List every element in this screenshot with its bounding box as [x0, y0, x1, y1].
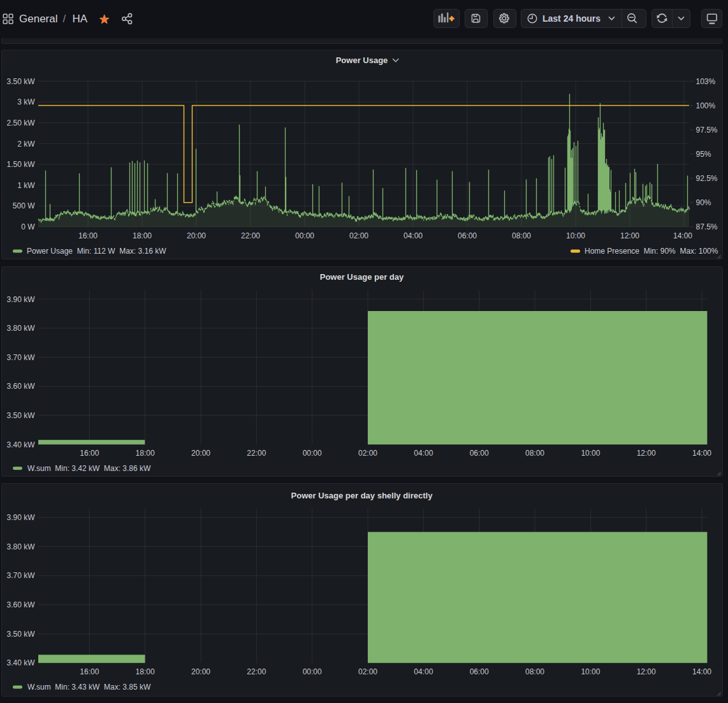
svg-text:20:00: 20:00 — [191, 449, 210, 458]
svg-text:1 kW: 1 kW — [17, 181, 35, 190]
svg-text:3.50 kW: 3.50 kW — [6, 411, 35, 420]
svg-text:18:00: 18:00 — [136, 667, 155, 676]
svg-text:22:00: 22:00 — [247, 449, 266, 458]
svg-text:Home Presence Min: 90% Max:: Home Presence Min: 90% Max: 100% — [585, 247, 718, 256]
svg-text:2.50 kW: 2.50 kW — [6, 119, 35, 127]
svg-text:22:00: 22:00 — [247, 667, 266, 676]
svg-text:16:00: 16:00 — [80, 667, 99, 676]
svg-text:3.50 kW: 3.50 kW — [6, 77, 35, 86]
svg-text:14:00: 14:00 — [692, 667, 711, 676]
svg-text:3.80 kW: 3.80 kW — [6, 324, 35, 333]
svg-text:06:00: 06:00 — [470, 667, 489, 676]
svg-text:103%: 103% — [696, 77, 716, 86]
svg-text:08:00: 08:00 — [525, 449, 544, 458]
svg-text:3.70 kW: 3.70 kW — [6, 353, 35, 362]
svg-text:14:00: 14:00 — [692, 449, 711, 458]
svg-text:02:00: 02:00 — [358, 449, 377, 458]
svg-text:100%: 100% — [696, 101, 716, 110]
svg-text:12:00: 12:00 — [637, 449, 656, 458]
svg-text:22:00: 22:00 — [241, 231, 260, 240]
svg-text:10:00: 10:00 — [566, 231, 585, 240]
svg-text:90%: 90% — [696, 198, 711, 207]
svg-text:3.80 kW: 3.80 kW — [6, 542, 35, 551]
svg-text:Power Usage Min: 112 W Max:: Power Usage Min: 112 W Max: 3.16 kW — [27, 247, 166, 256]
svg-text:3.50 kW: 3.50 kW — [6, 630, 35, 639]
svg-text:3.40 kW: 3.40 kW — [6, 658, 35, 667]
svg-text:500 W: 500 W — [13, 201, 35, 210]
svg-text:04:00: 04:00 — [414, 667, 433, 676]
svg-text:04:00: 04:00 — [414, 449, 433, 458]
svg-text:3.90 kW: 3.90 kW — [6, 295, 35, 304]
svg-text:02:00: 02:00 — [349, 231, 368, 240]
svg-text:1.50 kW: 1.50 kW — [6, 160, 35, 169]
svg-text:08:00: 08:00 — [525, 667, 544, 676]
svg-text:3.90 kW: 3.90 kW — [6, 513, 35, 522]
svg-text:2 kW: 2 kW — [17, 140, 35, 149]
svg-text:Power Usage per day: Power Usage per day — [320, 272, 404, 282]
svg-text:10:00: 10:00 — [581, 449, 600, 458]
svg-text:Power Usage per day shelly dir: Power Usage per day shelly directly — [291, 491, 433, 500]
svg-text:12:00: 12:00 — [637, 667, 656, 676]
svg-text:00:00: 00:00 — [303, 667, 322, 676]
svg-text:02:00: 02:00 — [358, 667, 377, 676]
svg-text:14:00: 14:00 — [673, 231, 692, 240]
svg-text:00:00: 00:00 — [303, 449, 322, 458]
svg-text:3.70 kW: 3.70 kW — [6, 571, 35, 580]
svg-text:06:00: 06:00 — [458, 231, 477, 240]
svg-text:04:00: 04:00 — [404, 231, 423, 240]
svg-text:16:00: 16:00 — [80, 449, 99, 458]
svg-text:20:00: 20:00 — [187, 231, 206, 240]
svg-text:12:00: 12:00 — [620, 231, 639, 240]
svg-text:W.sum Min: 3.43 kW Max: 3.85: W.sum Min: 3.43 kW Max: 3.85 kW — [27, 683, 151, 692]
svg-text:08:00: 08:00 — [512, 231, 531, 240]
svg-text:3.40 kW: 3.40 kW — [6, 440, 35, 449]
svg-text:97.5%: 97.5% — [696, 126, 718, 134]
svg-text:18:00: 18:00 — [133, 231, 152, 240]
svg-text:20:00: 20:00 — [191, 667, 210, 676]
svg-text:Last 24 hours: Last 24 hours — [542, 13, 601, 24]
svg-text:3.60 kW: 3.60 kW — [6, 600, 35, 609]
svg-text:06:00: 06:00 — [470, 449, 489, 458]
svg-text:Power Usage: Power Usage — [336, 55, 388, 65]
svg-text:92.5%: 92.5% — [696, 174, 718, 183]
svg-text:W.sum Min: 3.42 kW Max: 3.86: W.sum Min: 3.42 kW Max: 3.86 kW — [27, 464, 151, 473]
svg-text:87.5%: 87.5% — [696, 222, 718, 231]
svg-text:0 W: 0 W — [21, 222, 35, 231]
svg-text:18:00: 18:00 — [136, 449, 155, 458]
svg-text:10:00: 10:00 — [581, 667, 600, 676]
svg-text:16:00: 16:00 — [78, 231, 98, 240]
svg-text:3.60 kW: 3.60 kW — [6, 382, 35, 391]
svg-text:95%: 95% — [696, 150, 711, 159]
svg-text:3 kW: 3 kW — [17, 98, 35, 106]
svg-text:00:00: 00:00 — [295, 231, 314, 240]
